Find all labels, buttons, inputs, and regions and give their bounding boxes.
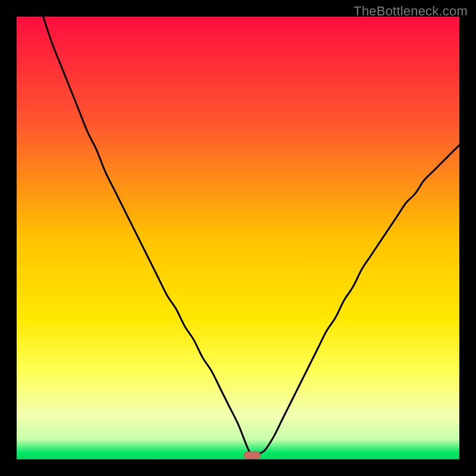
chart-frame: TheBottleneck.com <box>0 0 476 476</box>
optimal-marker <box>244 452 261 459</box>
bottleneck-chart <box>17 17 459 459</box>
watermark-text: TheBottleneck.com <box>353 4 468 19</box>
plot-area <box>17 17 459 459</box>
gradient-background <box>17 17 459 459</box>
